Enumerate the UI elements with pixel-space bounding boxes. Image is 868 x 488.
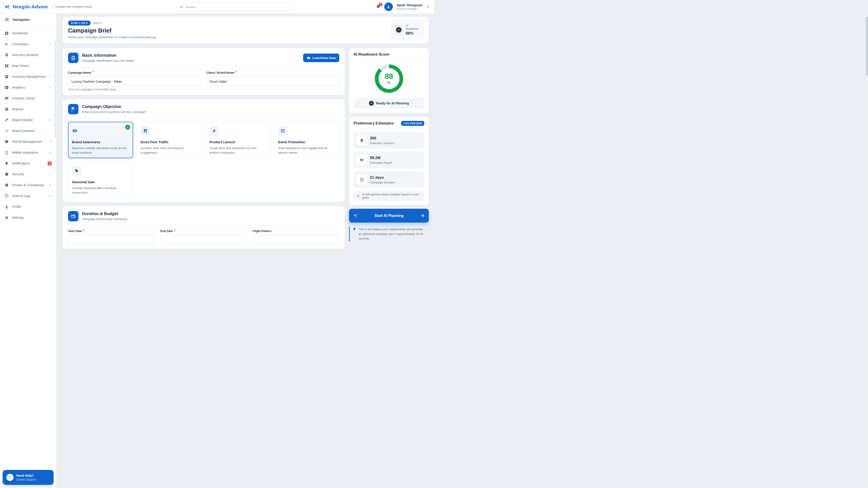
campaign-name-input[interactable]	[68, 76, 201, 86]
eye-icon	[72, 126, 129, 135]
basic-info-subtitle: Campaign identification and core details	[82, 59, 134, 62]
sidebar-item-dashboard[interactable]: Dashboard	[2, 29, 54, 38]
sidebar-item-label: Notifications	[12, 162, 44, 165]
price-tag-icon	[72, 166, 81, 175]
required-marker: *	[83, 229, 84, 233]
readiness-score-title: AI Readiness Score	[353, 52, 424, 57]
sidebar-item-inventory-browser[interactable]: Inventory Browser	[2, 51, 54, 59]
user-avatar[interactable]	[384, 2, 393, 11]
user-menu-chevron-down-icon[interactable]	[426, 5, 430, 9]
start-date-label: Start Date	[68, 229, 82, 233]
end-date-input[interactable]	[160, 235, 247, 244]
smartphone-icon	[4, 151, 9, 155]
search-input[interactable]	[185, 5, 291, 8]
wallet-icon	[68, 211, 79, 221]
search-bar[interactable]	[177, 2, 294, 11]
duration-budget-card: Duration & Budget Campaign timeline and …	[63, 206, 345, 244]
gear-icon	[4, 216, 9, 220]
end-date-label: End Date	[160, 229, 173, 233]
start-date-input[interactable]	[68, 235, 155, 244]
map-pin-icon	[4, 53, 9, 57]
history-clock-icon	[4, 194, 9, 198]
sidebar-item-label: Settings	[12, 216, 52, 219]
user-info[interactable]: Sarah Thompson account_manager	[397, 3, 422, 10]
client-brand-label: Client / Brand Name	[206, 71, 235, 74]
flight-pattern-select[interactable]	[252, 235, 339, 244]
flag-icon	[68, 104, 79, 114]
sidebar-item-profile[interactable]: Profile	[2, 202, 54, 211]
sidebar-item-label: Inventory Management	[12, 75, 45, 78]
hamburger-menu-icon[interactable]	[4, 17, 9, 22]
sidebar-item-privacy-compliance[interactable]: Privacy & Compliance	[2, 181, 54, 190]
chevron-down-icon	[49, 184, 52, 187]
objective-option-title: Seasonal Sale	[72, 180, 129, 184]
main-content: STEP 1 OF 6 INPUT Campaign Brief Define …	[57, 13, 434, 244]
megaphone-icon	[4, 42, 9, 46]
objective-option-brand-awareness[interactable]: Brand Awareness Maximize visibility and …	[68, 122, 133, 158]
basic-information-card: Basic Information Campaign identificatio…	[63, 48, 345, 95]
duration-budget-subtitle: Campaign timeline and investment	[82, 217, 127, 221]
sidebar-item-label: Security	[12, 172, 45, 176]
sidebar-item-mobile-integration[interactable]: Mobile Integration	[2, 148, 54, 157]
sidebar-notifications-badge: 5	[48, 161, 52, 166]
shield-info-icon	[4, 183, 9, 187]
sidebar-item-notifications[interactable]: Notifications 5	[2, 159, 54, 168]
clipboard-icon	[68, 53, 79, 63]
brand: Nexgile-Advion Charged with Intelligent …	[4, 0, 92, 13]
objective-option-desc: Drive attendance and engagement for spec…	[278, 146, 336, 155]
readiness-status-text: Ready for AI Planning	[376, 101, 409, 105]
objective-option-drive-foot-traffic[interactable]: Drive Foot Traffic Increase store visits…	[137, 122, 202, 158]
objective-option-product-launch[interactable]: Product Launch Create buzz and awareness…	[206, 122, 271, 158]
objective-option-seasonal-sale[interactable]: Seasonal Sale Promote seasonal offers an…	[68, 162, 133, 198]
eye-icon	[357, 155, 367, 165]
readiness-percent-unit: %	[387, 81, 391, 85]
sidebar-item-label: Analytics	[12, 86, 45, 89]
basic-info-title: Basic Information	[82, 53, 134, 58]
sidebar-item-dooh-management[interactable]: DOOH Management	[2, 137, 54, 146]
sidebar-item-map-viewer[interactable]: Map Viewer	[2, 61, 54, 70]
sidebar-item-label: Map Viewer	[12, 64, 52, 68]
sidebar-scrollbar-thumb[interactable]	[55, 40, 56, 138]
person-icon	[4, 205, 9, 209]
page-title: Campaign Brief	[68, 27, 423, 34]
client-brand-input[interactable]	[206, 76, 339, 86]
notifications-bell-button[interactable]: 2	[376, 4, 381, 9]
required-marker: *	[235, 70, 237, 74]
chevron-down-icon	[49, 75, 52, 78]
sidebar-nav-list: Dashboard Campaigns Inventory Browser Ma…	[0, 26, 56, 244]
search-icon	[180, 5, 183, 9]
sidebar-item-report-builder[interactable]: Report Builder	[2, 116, 54, 125]
stat-label: Potential Locations	[370, 141, 395, 145]
estimates-title: Preliminary Estimates	[353, 121, 394, 126]
sidebar-item-label: Audit & Logs	[12, 194, 45, 198]
storefront-icon	[141, 126, 150, 135]
clock-icon	[357, 175, 367, 185]
brand-name: Nexgile-Advion	[13, 4, 48, 9]
sidebar-item-label: Profile	[12, 205, 52, 208]
chevron-down-icon	[49, 42, 52, 46]
required-marker: *	[92, 70, 93, 74]
estimates-footnote-text: AI will optimize these numbers based on …	[362, 193, 422, 199]
objective-option-event-promotion[interactable]: Event Promotion Drive attendance and eng…	[274, 122, 339, 158]
sidebar-item-inventory-management[interactable]: Inventory Management	[2, 72, 54, 81]
chevron-down-icon	[49, 173, 52, 176]
sidebar-item-label: Campaigns	[12, 42, 45, 46]
stat-label: Estimated Reach	[370, 161, 392, 164]
notification-count-badge: 2	[379, 3, 382, 6]
load-demo-data-button[interactable]: Load Demo Data	[303, 54, 339, 62]
sidebar-item-campaigns[interactable]: Campaigns	[2, 39, 54, 48]
readiness-mini-label: AI Readiness	[406, 24, 421, 31]
sidebar-item-settings[interactable]: Settings	[2, 213, 54, 222]
calendar-icon	[278, 126, 287, 135]
sidebar-item-security[interactable]: Security	[2, 170, 54, 179]
readiness-mini-value: 88%	[406, 31, 421, 36]
start-ai-planning-button[interactable]: Start AI Planning	[349, 209, 429, 223]
sidebar-item-label: DOOH Management	[12, 140, 45, 143]
campaign-name-label: Campaign Name	[68, 71, 91, 74]
sidebar-item-reports[interactable]: Reports	[2, 105, 54, 113]
sidebar-item-creative-library[interactable]: Creative Library	[2, 94, 54, 103]
sidebar-item-brand-solutions[interactable]: Brand Solutions	[2, 126, 54, 135]
sidebar-item-audit-logs[interactable]: Audit & Logs	[2, 191, 54, 200]
sidebar-item-analytics[interactable]: Analytics	[2, 83, 54, 92]
stat-value: 21 days	[370, 175, 395, 180]
